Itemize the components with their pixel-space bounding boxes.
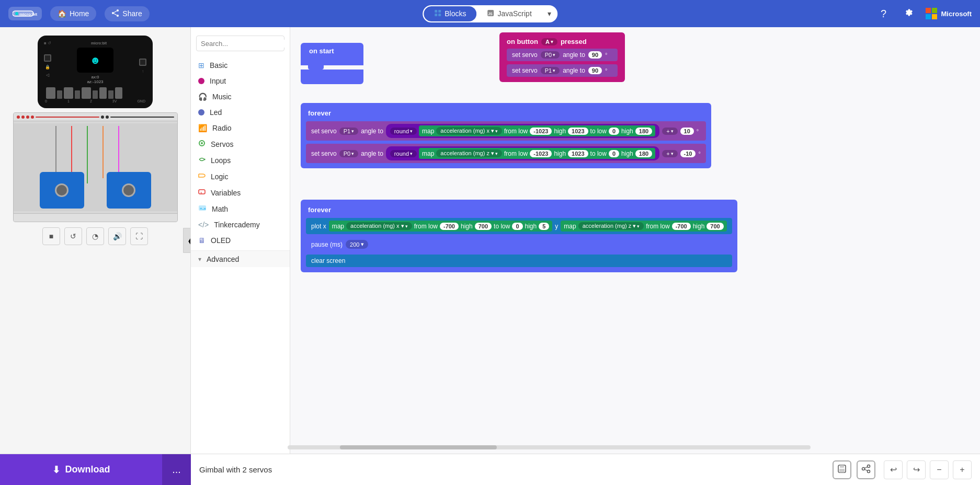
high-1023-1[interactable]: 1023	[568, 128, 588, 135]
high-180-1[interactable]: 180	[635, 128, 652, 135]
share-project-icon	[861, 464, 871, 476]
fullscreen-button[interactable]: ⛶	[130, 227, 148, 245]
slow-motion-button[interactable]: ◔	[86, 227, 104, 245]
servo-left	[40, 172, 84, 209]
plus-val-10[interactable]: 10	[680, 128, 694, 135]
project-name-input[interactable]	[199, 465, 827, 474]
help-icon: ?	[881, 8, 886, 20]
pause-value-dropdown[interactable]: 200 ▾	[346, 240, 368, 249]
loops-icon	[198, 156, 206, 165]
svg-text:x: x	[200, 191, 202, 194]
help-button[interactable]: ?	[875, 5, 892, 22]
undo-button[interactable]: ↩	[884, 460, 903, 479]
svg-line-30	[864, 469, 867, 471]
tab-expand-button[interactable]: ▾	[542, 6, 556, 21]
p1-dd[interactable]: P1	[339, 128, 358, 135]
svg-line-6	[114, 11, 117, 13]
svg-point-1	[15, 12, 18, 15]
angle-to-label-1: angle to	[563, 51, 585, 59]
round-block-2: round map acceleration (mg) z ▾ from low…	[386, 146, 659, 160]
sidebar-item-music[interactable]: 🎧 Music	[191, 89, 290, 105]
download-button[interactable]: ⬇ Download	[0, 454, 162, 486]
high-700-1[interactable]: 700	[475, 223, 492, 230]
plus-val-neg10[interactable]: -10	[680, 150, 696, 157]
svg-point-28	[868, 470, 870, 472]
search-box	[196, 36, 284, 51]
high-180-2[interactable]: 180	[635, 150, 652, 157]
round-block-1: round map acceleration (mg) x ▾ from low…	[386, 124, 659, 138]
sidebar-item-advanced[interactable]: ▾ Advanced	[191, 250, 290, 267]
simulator-controls: ■ ↺ ◔ 🔊 ⛶	[42, 227, 148, 245]
canvas-scrollbar-thumb	[340, 445, 497, 449]
sidebar-item-oled[interactable]: 🖥 OLED	[191, 233, 290, 248]
stop-button[interactable]: ■	[42, 227, 60, 245]
zoom-in-button[interactable]: +	[953, 460, 972, 479]
share-button[interactable]: Share	[105, 6, 149, 21]
canvas-scrollbar[interactable]	[290, 445, 811, 449]
sidebar-item-math[interactable]: +-× Math	[191, 201, 290, 217]
collapse-simulator-button[interactable]: ❮	[183, 228, 191, 253]
accel-x-dd-2[interactable]: acceleration (mg) x ▾	[346, 222, 412, 230]
toolbox-panel: ⊞ Basic Input 🎧 Music Led 📶 Radio	[191, 27, 290, 454]
sidebar-item-variables[interactable]: x Variables	[191, 184, 290, 201]
sidebar-item-radio[interactable]: 📶 Radio	[191, 120, 290, 136]
search-input[interactable]	[201, 40, 289, 48]
sidebar-item-tinkercademy[interactable]: </> Tinkercademy	[191, 217, 290, 233]
from-low-neg700-1[interactable]: -700	[440, 223, 459, 230]
chevron-down-icon: ▾	[198, 256, 201, 263]
sidebar-item-input[interactable]: Input	[191, 73, 290, 89]
javascript-tab[interactable]: JS JavaScript	[476, 6, 542, 21]
sidebar-item-servos[interactable]: Servos	[191, 136, 290, 152]
save-to-disk-button[interactable]	[833, 460, 851, 479]
sidebar-item-loops[interactable]: Loops	[191, 152, 290, 168]
accel-x-dd-1[interactable]: acceleration (mg) x ▾	[436, 127, 502, 135]
high-1023-2[interactable]: 1023	[568, 150, 588, 157]
round-dd-2[interactable]: round	[390, 150, 417, 157]
sidebar-item-basic[interactable]: ⊞ Basic	[191, 57, 290, 73]
plus-dd-1[interactable]: +	[662, 128, 677, 135]
restart-button[interactable]: ↺	[64, 227, 82, 245]
set-servo-label-1: set servo	[512, 51, 538, 59]
set-servo-p1-map-block: set servo P1 angle to round map accelera…	[306, 121, 706, 141]
p0-dd[interactable]: P0	[339, 150, 358, 157]
tinkercademy-label: Tinkercademy	[214, 221, 259, 229]
button-a-dropdown[interactable]: A	[541, 38, 557, 45]
settings-button[interactable]	[901, 5, 917, 22]
basic-icon: ⊞	[198, 61, 204, 70]
to-low-0-1[interactable]: 0	[609, 128, 619, 135]
from-low-neg700-2[interactable]: -700	[672, 223, 691, 230]
more-options-button[interactable]: ...	[162, 454, 191, 486]
high-5[interactable]: 5	[539, 223, 549, 230]
js-icon: JS	[487, 9, 494, 18]
to-low-0-2[interactable]: 0	[609, 150, 619, 157]
loops-label: Loops	[211, 156, 231, 165]
sidebar-item-logic[interactable]: Logic	[191, 168, 290, 184]
high-700-2[interactable]: 700	[706, 223, 723, 230]
blocks-icon	[434, 9, 441, 18]
from-low-neg1023-1[interactable]: -1023	[530, 128, 552, 135]
redo-button[interactable]: ↪	[907, 460, 926, 479]
sidebar-item-led[interactable]: Led	[191, 105, 290, 120]
slow-icon: ◔	[92, 232, 98, 240]
block-canvas[interactable]: on start on button A pressed set servo P…	[290, 27, 980, 454]
variables-icon: x	[198, 188, 206, 197]
pause-block: pause (ms) 200 ▾	[306, 237, 732, 251]
servo-p1-angle-val[interactable]: 90	[588, 67, 602, 74]
servo-p1-dropdown[interactable]: P1	[541, 67, 560, 74]
share-project-button[interactable]	[857, 460, 875, 479]
accel-z-dd[interactable]: acceleration (mg) z ▾	[436, 149, 502, 157]
from-low-neg1023-2[interactable]: -1023	[530, 150, 552, 157]
blocks-tab[interactable]: Blocks	[424, 6, 476, 21]
servo-p0-angle-val[interactable]: 90	[588, 51, 602, 59]
accel-z-dd-2[interactable]: acceleration (mg) z ▾	[578, 222, 644, 230]
logic-icon	[198, 172, 206, 181]
variables-label: Variables	[211, 189, 241, 197]
home-button[interactable]: 🏠 Home	[50, 6, 96, 21]
to-low-0-3[interactable]: 0	[512, 223, 522, 230]
zoom-out-button[interactable]: −	[930, 460, 949, 479]
sound-button[interactable]: 🔊	[108, 227, 126, 245]
round-dd-1[interactable]: round	[390, 128, 417, 135]
plus-dd-2[interactable]: +	[662, 150, 677, 157]
servo-p0-dropdown[interactable]: P0	[541, 51, 560, 59]
plus-icon: +	[960, 465, 964, 475]
